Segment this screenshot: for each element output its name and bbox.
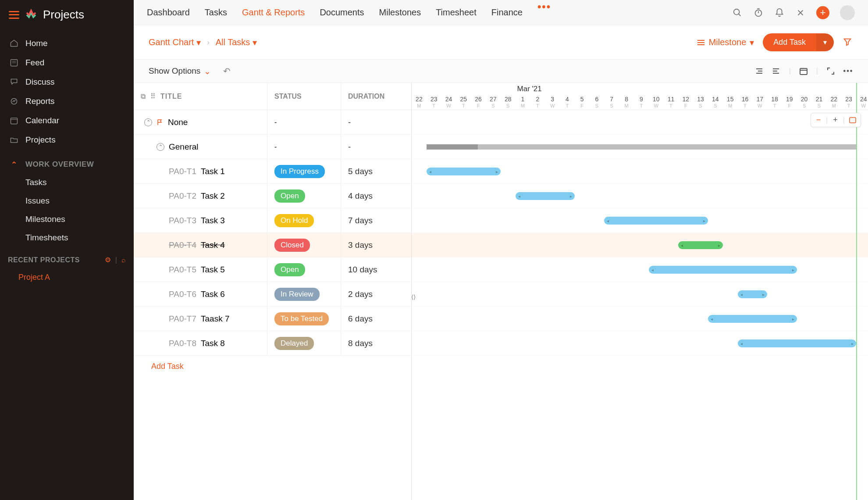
- zoom-out-button[interactable]: −: [811, 113, 826, 127]
- summary-bar[interactable]: [427, 144, 856, 150]
- recent-project-item[interactable]: Project A: [0, 268, 134, 286]
- search-icon[interactable]: ⌕: [121, 256, 126, 264]
- tabs: DashboardTasksGantt & ReportsDocumentsMi…: [147, 0, 551, 25]
- task-row[interactable]: PA0-T4 Task 4Closed3 days: [134, 233, 411, 257]
- bar-handle-right[interactable]: ▸: [792, 317, 794, 321]
- caret-down-icon[interactable]: ▾: [816, 34, 834, 51]
- day-cell: 6S: [590, 94, 605, 110]
- calendar-icon[interactable]: [799, 66, 808, 76]
- bar-handle-right[interactable]: ▸: [718, 243, 720, 248]
- work-overview-header[interactable]: ⌃ WORK OVERVIEW: [0, 154, 134, 173]
- bar-handle-right[interactable]: ▸: [851, 341, 854, 346]
- timeline-row: ◂▸: [412, 159, 868, 184]
- bell-icon[interactable]: [774, 7, 785, 18]
- bar-handle-right[interactable]: ▸: [570, 194, 572, 199]
- day-cell: 8M: [619, 94, 634, 110]
- bar-handle-left[interactable]: ◂: [518, 194, 520, 199]
- tab-tasks[interactable]: Tasks: [205, 0, 227, 25]
- hamburger-icon[interactable]: [9, 11, 19, 19]
- task-row[interactable]: PA0-T7 Taask 7To be Tested6 days: [134, 307, 411, 331]
- sidebar-item-discuss[interactable]: Discuss: [0, 72, 134, 92]
- bar-handle-left[interactable]: ◂: [429, 169, 431, 174]
- main: DashboardTasksGantt & ReportsDocumentsMi…: [134, 0, 868, 500]
- sidebar-item-calendar[interactable]: Calendar: [0, 111, 134, 130]
- bar-handle-left[interactable]: ◂: [740, 341, 743, 346]
- bar-handle-left[interactable]: ◂: [651, 268, 654, 272]
- milestone-toggle[interactable]: Milestone ▾: [697, 37, 754, 48]
- gantt-bar[interactable]: ◂▸: [516, 192, 575, 200]
- caret-down-icon: ⌄: [204, 66, 211, 76]
- bar-handle-right[interactable]: ▸: [792, 268, 794, 272]
- task-row[interactable]: PA0-T2 Task 2Open4 days: [134, 184, 411, 208]
- undo-icon[interactable]: ↶: [223, 66, 231, 76]
- group-row-none[interactable]: ⌃ None - -: [134, 110, 411, 135]
- day-cell: 10W: [649, 94, 664, 110]
- search-icon[interactable]: [732, 7, 743, 18]
- more-icon[interactable]: •••: [843, 66, 853, 76]
- add-task-link[interactable]: Add Task: [134, 356, 411, 377]
- day-cell: 22M: [412, 94, 427, 110]
- gantt-bar[interactable]: ◂▸: [738, 290, 768, 298]
- bar-handle-right[interactable]: ▸: [762, 292, 765, 297]
- tab-timesheet[interactable]: Timesheet: [436, 0, 477, 25]
- sidebar-item-feed[interactable]: Feed: [0, 53, 134, 72]
- gantt-bar[interactable]: ◂▸: [649, 266, 797, 274]
- indent-left-icon[interactable]: [754, 66, 764, 76]
- gantt-bar[interactable]: ◂▸: [738, 339, 856, 347]
- task-row[interactable]: PA0-T3 Task 3On Hold7 days: [134, 208, 411, 233]
- tab-documents[interactable]: Documents: [320, 0, 364, 25]
- sidebar-item-milestones[interactable]: Milestones: [0, 210, 134, 229]
- indent-right-icon[interactable]: [772, 66, 781, 76]
- collapse-icon[interactable]: ⌃: [144, 118, 152, 126]
- gantt-bar[interactable]: ◂▸: [708, 315, 797, 323]
- splitter-handle[interactable]: ⟨⟩: [410, 292, 417, 302]
- filter-icon[interactable]: [843, 37, 853, 48]
- gantt-bar[interactable]: ◂▸: [678, 241, 722, 249]
- tabs-more[interactable]: •••: [537, 0, 551, 25]
- sidebar-item-home[interactable]: Home: [0, 34, 134, 53]
- breadcrumb-all-tasks[interactable]: All Tasks ▾: [216, 37, 257, 48]
- task-row[interactable]: PA0-T6 Task 6In Review2 days: [134, 282, 411, 307]
- col-status: STATUS: [267, 83, 341, 110]
- add-task-button[interactable]: Add Task ▾: [763, 33, 834, 51]
- sidebar-item-projects[interactable]: Projects: [0, 130, 134, 150]
- add-button[interactable]: +: [816, 6, 829, 19]
- group-row-general[interactable]: ⌃ General - -: [134, 135, 411, 159]
- tab-gantt-reports[interactable]: Gantt & Reports: [242, 0, 305, 25]
- fullscreen-icon[interactable]: [826, 66, 836, 76]
- bar-handle-right[interactable]: ▸: [703, 218, 705, 223]
- show-options[interactable]: Show Options ⌄: [149, 66, 211, 76]
- breadcrumb-gantt-chart[interactable]: Gantt Chart ▾: [149, 37, 201, 48]
- task-row[interactable]: PA0-T1 Task 1In Progress5 days: [134, 159, 411, 184]
- bar-handle-right[interactable]: ▸: [496, 169, 498, 174]
- collapse-icon[interactable]: ⌃: [157, 143, 164, 151]
- task-row[interactable]: PA0-T5 Task 5Open10 days: [134, 257, 411, 282]
- avatar[interactable]: [840, 5, 855, 20]
- task-row[interactable]: PA0-T8 Task 8Delayed8 days: [134, 331, 411, 356]
- fit-screen-button[interactable]: [845, 115, 861, 125]
- task-duration: 7 days: [341, 208, 411, 232]
- chevron-up-icon: ⌃: [10, 160, 18, 169]
- tab-finance[interactable]: Finance: [491, 0, 523, 25]
- tab-milestones[interactable]: Milestones: [379, 0, 421, 25]
- sidebar-item-tasks[interactable]: Tasks: [0, 173, 134, 192]
- timeline-body[interactable]: ◂▸◂▸◂▸◂▸◂▸◂▸◂▸◂▸: [412, 110, 868, 356]
- sidebar-item-timesheets[interactable]: Timesheets: [0, 229, 134, 247]
- gantt-bar[interactable]: ◂▸: [427, 168, 501, 175]
- timer-icon[interactable]: [753, 7, 764, 18]
- bar-handle-left[interactable]: ◂: [740, 292, 743, 297]
- tools-icon[interactable]: [795, 7, 806, 18]
- month-label: Mar '21: [517, 85, 542, 93]
- gantt-bar[interactable]: ◂▸: [604, 217, 708, 225]
- settings-icon[interactable]: ⚙: [105, 256, 111, 264]
- sidebar-item-issues[interactable]: Issues: [0, 192, 134, 210]
- column-config-icon[interactable]: ⧉: [141, 93, 146, 100]
- bar-handle-left[interactable]: ◂: [711, 317, 713, 321]
- day-cell: 27S: [486, 94, 501, 110]
- task-id: PA0-T2: [169, 191, 196, 201]
- zoom-in-button[interactable]: +: [828, 113, 843, 127]
- bar-handle-left[interactable]: ◂: [681, 243, 683, 248]
- bar-handle-left[interactable]: ◂: [607, 218, 609, 223]
- sidebar-item-reports[interactable]: Reports: [0, 92, 134, 111]
- tab-dashboard[interactable]: Dashboard: [147, 0, 190, 25]
